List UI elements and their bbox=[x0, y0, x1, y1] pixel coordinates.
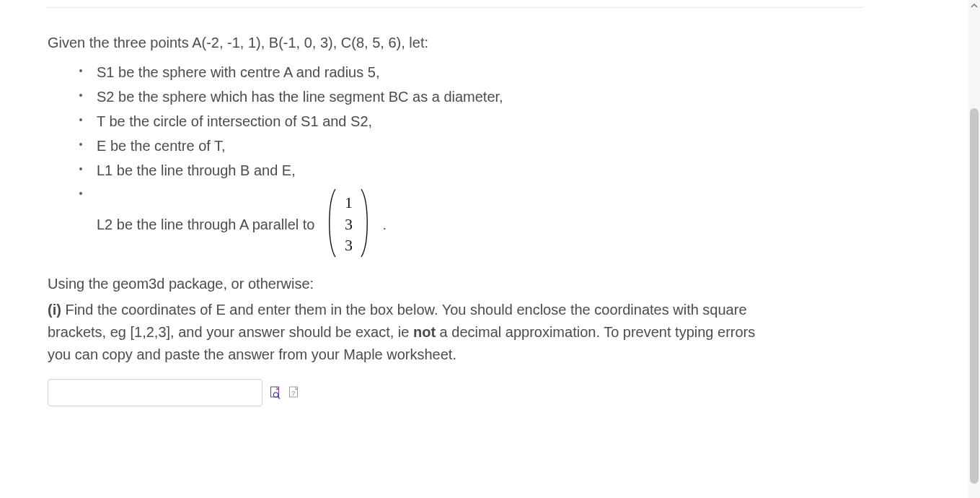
list-item-text: E be the centre of T, bbox=[97, 138, 226, 154]
answer-row: ? bbox=[48, 379, 862, 406]
preview-button[interactable] bbox=[270, 386, 281, 399]
vector-entry: 3 bbox=[343, 235, 353, 256]
help-icon: ? bbox=[288, 386, 300, 399]
list-item: T be the circle of intersection of S1 an… bbox=[97, 110, 862, 133]
definition-list: S1 be the sphere with centre A and radiu… bbox=[48, 61, 862, 265]
vector-entry: 3 bbox=[343, 214, 353, 235]
list-item: S1 be the sphere with centre A and radiu… bbox=[97, 61, 862, 84]
list-item: L1 be the line through B and E, bbox=[97, 159, 862, 182]
instruction-line: Using the geom3d package, or otherwise: bbox=[48, 274, 862, 294]
help-button[interactable]: ? bbox=[288, 386, 300, 399]
divider bbox=[48, 7, 862, 8]
question-content: Given the three points A(-2, -1, 1), B(-… bbox=[48, 7, 862, 406]
list-item-vector: L2 be the line through A parallel to 1 3… bbox=[97, 183, 862, 265]
list-item-text: L1 be the line through B and E, bbox=[97, 162, 296, 178]
scrollbar-thumb[interactable] bbox=[970, 108, 979, 484]
scroll-up-button[interactable] bbox=[968, 0, 980, 12]
list-item-text: S1 be the sphere with centre A and radiu… bbox=[97, 64, 379, 80]
svg-text:?: ? bbox=[291, 390, 295, 397]
list-item: E be the centre of T, bbox=[97, 134, 862, 157]
vector-suffix: . bbox=[382, 213, 387, 236]
vector-entry: 1 bbox=[343, 192, 353, 214]
list-item: S2 be the sphere which has the line segm… bbox=[97, 85, 862, 108]
vector-prefix: L2 be the line through A parallel to bbox=[97, 213, 314, 236]
svg-line-2 bbox=[278, 396, 280, 398]
column-vector: 1 3 3 bbox=[325, 188, 372, 261]
list-item-text: T be the circle of intersection of S1 an… bbox=[97, 113, 372, 129]
part-bold-word: not bbox=[413, 324, 436, 340]
right-paren-icon bbox=[359, 188, 372, 258]
part-i: (i) Find the coordinates of E and enter … bbox=[48, 299, 776, 366]
part-label: (i) bbox=[48, 302, 61, 318]
chevron-up-icon bbox=[971, 2, 978, 9]
left-paren-icon bbox=[325, 188, 337, 258]
question-intro: Given the three points A(-2, -1, 1), B(-… bbox=[48, 32, 862, 53]
preview-icon bbox=[270, 386, 281, 399]
answer-input[interactable] bbox=[48, 379, 262, 406]
list-item-text: S2 be the sphere which has the line segm… bbox=[97, 89, 503, 105]
scrollbar-track[interactable] bbox=[968, 0, 980, 498]
